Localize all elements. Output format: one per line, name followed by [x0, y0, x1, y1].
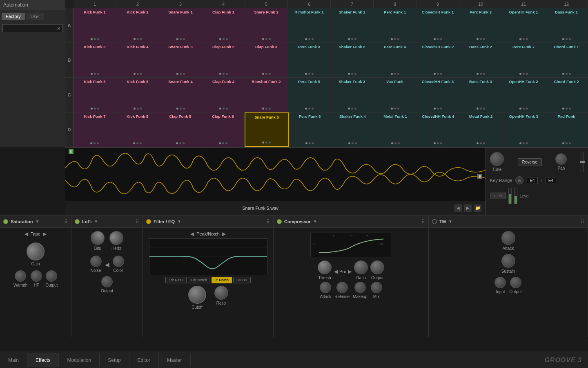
filter-dropdown-icon[interactable]: ▼	[177, 219, 181, 224]
noise-knob[interactable]	[90, 256, 102, 267]
tape-prev-icon[interactable]: ◀	[24, 231, 28, 237]
tab-modulation[interactable]: Modulation	[59, 353, 100, 367]
cell-d4[interactable]: Clap Funk 6	[202, 112, 245, 147]
waveform-next-btn[interactable]: ▶	[464, 204, 472, 212]
cell-a2[interactable]: Kick Funk 2	[116, 8, 159, 43]
cell-c7[interactable]: Shaker Funk 3	[331, 78, 374, 112]
cell-c6[interactable]: Perc Funk 5	[288, 78, 331, 112]
mix-knob[interactable]	[371, 282, 382, 293]
compressor-power[interactable]	[277, 219, 282, 224]
cell-a1[interactable]: Kick Funk 1	[74, 8, 116, 43]
filter-power[interactable]	[146, 219, 151, 224]
cell-c11[interactable]: OpenHH Funk 2	[502, 78, 545, 112]
filter-type-ldr-notch[interactable]: Ldr Notch	[188, 277, 210, 283]
cell-c4[interactable]: Clap Funk 4	[202, 78, 245, 112]
lofi-grid-icon[interactable]: ⠿	[136, 219, 139, 224]
hertz-knob[interactable]	[107, 229, 126, 247]
cell-d3[interactable]: Clap Funk 5	[159, 112, 202, 147]
cell-a5[interactable]: Snare Funk 2	[245, 8, 288, 43]
cell-b8[interactable]: Perc Funk 4	[374, 43, 416, 77]
cell-b6[interactable]: Perc Funk 3	[288, 43, 331, 77]
cell-a4[interactable]: Clap Funk 1	[202, 8, 245, 43]
comp-mode-prev-icon[interactable]: ◀	[334, 269, 338, 274]
cell-c12[interactable]: Chord Funk 2	[545, 78, 588, 112]
tune-knob[interactable]	[490, 152, 504, 166]
thresh-knob[interactable]	[318, 260, 332, 274]
cell-a7[interactable]: Shaker Funk 1	[331, 8, 374, 43]
tab-setup[interactable]: Setup	[100, 353, 129, 367]
reverse-button[interactable]: Reverse	[518, 158, 542, 166]
cell-c2[interactable]: Kick Funk 6	[116, 78, 159, 112]
cell-d6[interactable]: Perc Funk 6	[289, 112, 332, 147]
comp-mode-next-icon[interactable]: ▶	[348, 269, 352, 274]
cell-c1[interactable]: Kick Funk 5	[74, 78, 116, 112]
saturation-dropdown-icon[interactable]: ▼	[35, 219, 39, 224]
tm-attack-knob[interactable]	[501, 231, 515, 245]
tab-effects[interactable]: Effects	[27, 353, 59, 367]
cell-b4[interactable]: Clap Funk 2	[202, 43, 245, 77]
warmth-knob[interactable]	[15, 270, 26, 282]
cell-c10[interactable]: Bass Funk 3	[459, 78, 502, 112]
phase-button[interactable]: ⊘	[515, 176, 523, 184]
lofi-dropdown-icon[interactable]: ▼	[94, 219, 98, 224]
cell-b3[interactable]: Snare Funk 3	[159, 43, 202, 77]
pan-slider[interactable]	[581, 152, 584, 172]
bits-knob[interactable]	[88, 229, 107, 247]
release-knob[interactable]	[336, 282, 348, 293]
color-knob[interactable]	[113, 256, 124, 267]
makeup-knob[interactable]	[354, 282, 366, 293]
cell-b11[interactable]: Perc Funk 7	[502, 43, 545, 77]
cell-d8[interactable]: Metal Funk 1	[374, 112, 417, 147]
compressor-dropdown-icon[interactable]: ▼	[313, 219, 317, 224]
saturation-grid-icon[interactable]: ⠿	[64, 219, 68, 224]
comp-output-knob[interactable]	[370, 260, 384, 274]
ratio-knob[interactable]	[354, 260, 368, 274]
tm-dropdown-icon[interactable]: ▼	[448, 219, 452, 224]
cell-d11[interactable]: OpenHH Funk 3	[503, 112, 546, 147]
filter-type-ldr-peak[interactable]: Ldr Peak	[165, 277, 187, 283]
cutoff-knob[interactable]	[188, 286, 206, 304]
tm-output-knob[interactable]	[510, 277, 521, 288]
tape-next-icon[interactable]: ▶	[43, 231, 47, 237]
tab-editor[interactable]: Editor	[129, 353, 159, 367]
cell-a6[interactable]: Rimshot Funk 1	[288, 8, 331, 43]
cell-a10[interactable]: Perc Funk 2	[459, 8, 502, 43]
cell-d10[interactable]: Metal Funk 2	[460, 112, 503, 147]
lofi-power[interactable]	[75, 219, 80, 224]
pan-knob[interactable]	[555, 153, 567, 165]
user-tab[interactable]: User	[27, 13, 44, 20]
cell-d5-selected[interactable]: Snare Funk 5	[245, 112, 289, 147]
hf-knob[interactable]	[31, 270, 42, 282]
cell-a12[interactable]: Bass Funk 1	[545, 8, 588, 43]
cell-a9[interactable]: ClosedHH Funk 1	[416, 8, 459, 43]
cell-d7[interactable]: Shaker Funk 4	[332, 112, 374, 147]
cell-b10[interactable]: Bass Funk 2	[459, 43, 502, 77]
filter-type-sv-br[interactable]: SV BR	[233, 277, 251, 283]
cell-c3[interactable]: Snare Funk 4	[159, 78, 202, 112]
cell-b12[interactable]: Chord Funk 1	[545, 43, 588, 77]
cell-a8[interactable]: Perc Funk 1	[374, 8, 416, 43]
cell-b9[interactable]: ClosedHH Funk 2	[416, 43, 459, 77]
cell-c8[interactable]: Vox Funk	[374, 78, 416, 112]
filter-prev-icon[interactable]: ◀	[190, 231, 194, 237]
cell-b7[interactable]: Shaker Funk 2	[331, 43, 374, 77]
factory-tab[interactable]: Factory	[2, 13, 25, 20]
cell-d1[interactable]: Kick Funk 7	[74, 112, 116, 147]
cell-c9[interactable]: ClosedHH Funk 3	[416, 78, 459, 112]
tm-sustain-knob[interactable]	[501, 254, 515, 268]
tab-main[interactable]: Main	[0, 353, 27, 367]
cell-a3[interactable]: Snare Funk 1	[159, 8, 202, 43]
filter-grid-icon[interactable]: ⠿	[266, 219, 270, 224]
tab-master[interactable]: Master	[159, 353, 191, 367]
gain-knob[interactable]	[23, 239, 48, 264]
filter-next-icon[interactable]: ▶	[222, 231, 226, 237]
tm-grid-icon[interactable]: ⠿	[581, 219, 584, 224]
sat-output-knob[interactable]	[46, 270, 57, 282]
compressor-grid-icon[interactable]: ⠿	[421, 219, 425, 224]
attack-knob[interactable]	[320, 282, 331, 293]
cell-d2[interactable]: Kick Funk 8	[116, 112, 159, 147]
cell-a11[interactable]: OpenHH Funk 1	[502, 8, 545, 43]
filter-type-notch[interactable]: ↗ Notch	[212, 277, 232, 283]
cell-d9[interactable]: ClosedHH Funk 4	[417, 112, 460, 147]
search-input[interactable]	[2, 24, 62, 32]
